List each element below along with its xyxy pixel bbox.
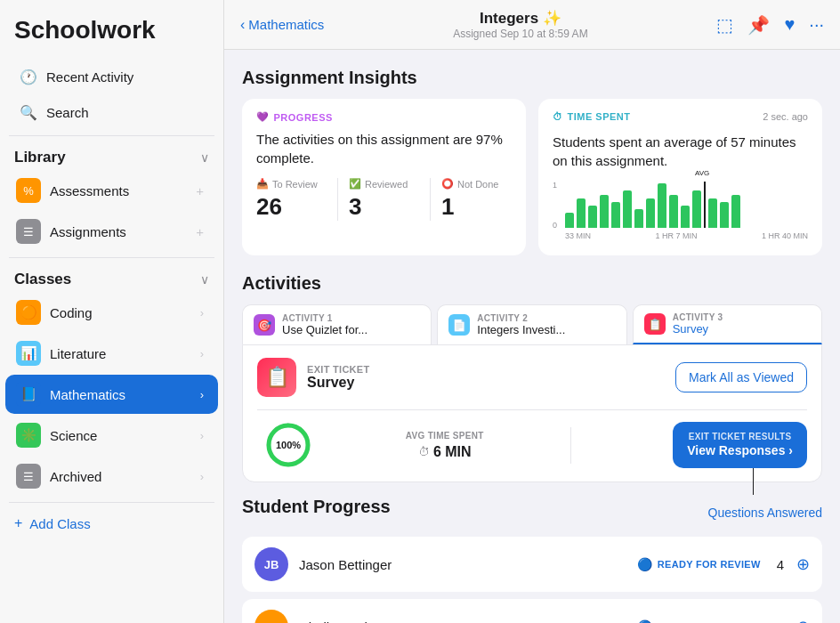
view-responses-section: EXIT TICKET RESULTS View Responses › — [571, 422, 808, 467]
share-icon[interactable]: ⬚ — [716, 14, 733, 36]
student-count-jb: 4 — [777, 557, 784, 572]
time-text: Students spent an average of 57 minutes … — [553, 133, 808, 170]
inbox-icon: 📥 — [256, 178, 269, 190]
app-title: Schoolwork — [14, 16, 209, 44]
mark-viewed-button[interactable]: Mark All as Viewed — [675, 362, 807, 392]
back-button[interactable]: ‹ Mathematics — [240, 17, 324, 33]
archived-chevron-icon: › — [200, 470, 204, 483]
coding-chevron-icon: › — [200, 306, 204, 320]
ready-badge-jb: READY FOR REVIEW — [658, 559, 761, 570]
assessments-label: Assessments — [50, 183, 187, 198]
main-content: Assignment Insights 💜 PROGRESS The activ… — [224, 50, 840, 623]
chart-x-labels: 33 MIN 1 HR 7 MIN 1 HR 40 MIN — [565, 231, 808, 240]
view-responses-top: EXIT TICKET RESULTS — [689, 431, 792, 442]
divider-classes — [9, 257, 214, 258]
activity-tabs: 🎯 ACTIVITY 1 Use Quizlet for... 📄 ACTIVI… — [242, 304, 822, 344]
sidebar-item-literature[interactable]: 📊 Literature › — [5, 334, 218, 373]
add-class-row[interactable]: + Add Class — [0, 508, 223, 538]
sidebar-item-archived[interactable]: ☰ Archived › — [5, 457, 218, 496]
stat-reviewed-label: ✅ Reviewed — [349, 178, 419, 190]
sidebar-item-assessments[interactable]: % Assessments + — [5, 171, 218, 210]
recent-activity-icon: 🕐 — [20, 68, 37, 85]
sidebar-nav-recent-activity[interactable]: 🕐 Recent Activity — [5, 60, 218, 93]
tab1-num: ACTIVITY 1 — [282, 313, 368, 323]
literature-chevron-icon: › — [200, 347, 204, 360]
chart-bar-4 — [611, 202, 620, 228]
chart-bar-9 — [669, 195, 678, 229]
avg-time-value: 6 MIN — [433, 444, 472, 460]
stat-not-done: ⭕ Not Done 1 — [441, 178, 512, 221]
divider-library — [9, 135, 214, 136]
mathematics-label: Mathematics — [50, 387, 191, 402]
chart-bar-0 — [565, 213, 574, 228]
student-more-cb[interactable]: ⊕ — [796, 617, 810, 623]
clock-icon: ⏱ — [418, 445, 430, 458]
questions-answered-link[interactable]: Questions Answered — [708, 506, 822, 520]
recent-activity-label: Recent Activity — [46, 69, 133, 85]
student-row-cb: CB Chella Boehm 🔵 READY FOR REVIEW 4 ⊕ — [242, 599, 822, 623]
chart-y-labels: 1 0 — [553, 181, 557, 230]
time-card-header: ⏱ TIME SPENT 2 sec. ago — [553, 111, 808, 129]
student-progress-heading: Student Progress — [242, 497, 391, 517]
library-chevron-icon: ∨ — [200, 150, 209, 165]
heart-icon[interactable]: ♥ — [784, 14, 795, 35]
activities-section: Activities 🎯 ACTIVITY 1 Use Quizlet for.… — [242, 273, 822, 482]
avg-time-value-row: ⏱ 6 MIN — [334, 444, 556, 460]
stat-to-review: 📥 To Review 26 — [256, 178, 338, 221]
pin-icon[interactable]: 📌 — [747, 14, 770, 36]
time-chart: 1 0 AVG 33 MIN 1 HR 7 MIN 1 HR 40 MIN — [553, 181, 808, 243]
main-panel: ‹ Mathematics Integers ✨ Assigned Sep 10… — [224, 0, 840, 623]
stats-row: 📥 To Review 26 ✅ Reviewed 3 — [256, 178, 512, 221]
progress-circle: 100% — [264, 421, 312, 469]
assessments-icon: % — [16, 178, 41, 203]
mathematics-icon: 📘 — [16, 382, 41, 407]
student-more-jb[interactable]: ⊕ — [796, 554, 810, 574]
ready-icon-cb: 🔵 — [637, 619, 652, 623]
chart-bar-12 — [708, 198, 717, 228]
stat-to-review-label: 📥 To Review — [256, 178, 327, 190]
assessments-add-icon[interactable]: + — [196, 183, 204, 198]
stat-reviewed-value: 3 — [349, 193, 419, 221]
tab2-icon: 📄 — [448, 314, 470, 336]
avg-time-label: AVG TIME SPENT — [334, 431, 556, 441]
activity-tab-2[interactable]: 📄 ACTIVITY 2 Integers Investi... — [437, 304, 626, 344]
classes-section: Classes ∨ — [0, 263, 223, 292]
student-avatar-cb: CB — [254, 610, 288, 623]
main-header: ‹ Mathematics Integers ✨ Assigned Sep 10… — [224, 0, 840, 50]
add-class-icon: + — [14, 515, 22, 531]
time-label: ⏱ TIME SPENT — [553, 111, 631, 122]
page-title: Integers ✨ — [453, 9, 587, 28]
archived-label: Archived — [50, 469, 191, 484]
header-actions: ⬚ 📌 ♥ ··· — [716, 14, 824, 36]
sidebar-nav-search[interactable]: 🔍 Search — [5, 95, 218, 129]
coding-icon: 🟠 — [16, 300, 41, 325]
assignments-add-icon[interactable]: + — [196, 224, 204, 239]
classes-section-label: Classes — [14, 271, 71, 288]
tab3-name: Survey — [673, 322, 723, 336]
sidebar-item-coding[interactable]: 🟠 Coding › — [5, 293, 218, 332]
assignments-label: Assignments — [50, 224, 187, 239]
svg-text:100%: 100% — [276, 440, 301, 450]
check-icon: ✅ — [349, 178, 361, 190]
sidebar-item-mathematics[interactable]: 📘 Mathematics › — [5, 375, 218, 414]
activity-tab-1[interactable]: 🎯 ACTIVITY 1 Use Quizlet for... — [242, 304, 432, 344]
progress-label-text: PROGRESS — [274, 112, 333, 123]
exit-ticket-icon: 📋 — [257, 358, 296, 397]
progress-circle-wrap: 100% — [257, 421, 319, 469]
sidebar-item-assignments[interactable]: ☰ Assignments + — [5, 212, 218, 251]
chart-bar-5 — [623, 190, 632, 228]
student-progress-section: Student Progress Questions Answered JB J… — [242, 497, 822, 623]
literature-icon: 📊 — [16, 341, 41, 366]
time-ago: 2 sec. ago — [763, 111, 808, 122]
divider-add — [9, 502, 214, 503]
chart-bar-2 — [588, 206, 597, 228]
more-icon[interactable]: ··· — [809, 14, 824, 35]
classes-chevron-icon: ∨ — [200, 272, 209, 287]
activity-tab-3[interactable]: 📋 ACTIVITY 3 Survey — [633, 304, 822, 344]
chart-bar-7 — [646, 198, 655, 228]
student-status-cb: 🔵 READY FOR REVIEW 4 ⊕ — [637, 617, 810, 623]
chart-bar-3 — [600, 195, 609, 229]
insights-row: 💜 PROGRESS The activities on this assign… — [242, 99, 822, 255]
view-responses-button[interactable]: EXIT TICKET RESULTS View Responses › — [673, 422, 807, 467]
sidebar-item-science[interactable]: ✳️ Science › — [5, 416, 218, 455]
